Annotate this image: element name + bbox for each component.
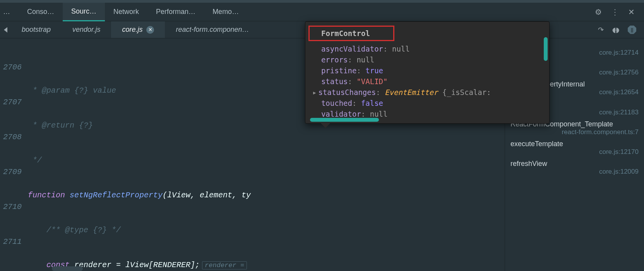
callstack-frame-location: core.js:12170 xyxy=(510,148,639,156)
tab-overflow-leading[interactable]: … xyxy=(0,3,19,21)
tab-memory[interactable]: Memo… xyxy=(204,3,247,21)
object-tooltip[interactable]: FormControl asyncValidator: null errors:… xyxy=(305,21,550,124)
line-gutter: 2706 2707 2708 2709 2710 2711 2712 2713 … xyxy=(0,38,25,271)
editor-horizontal-scrollbar[interactable] xyxy=(52,266,83,271)
deactivate-breakpoints-icon[interactable]: ◖◗ xyxy=(612,26,619,34)
tooltip-horizontal-scrollbar[interactable] xyxy=(310,118,453,122)
chevron-left-icon xyxy=(4,27,7,33)
expand-icon[interactable]: ▸ xyxy=(312,88,317,97)
tab-console[interactable]: Conso… xyxy=(19,3,63,21)
step-over-icon[interactable]: ↷ xyxy=(598,26,604,34)
tab-performance[interactable]: Performan… xyxy=(147,3,204,21)
tab-network[interactable]: Network xyxy=(105,3,147,21)
callstack-frame-fn: refreshView xyxy=(510,160,639,168)
callstack-frame-fn: executeTemplate xyxy=(510,140,639,148)
file-tab-react-form[interactable]: react-form.componen… xyxy=(165,21,260,38)
devtools-main-tabs: … Conso… Sourc… Network Performan… Memo…… xyxy=(0,3,644,21)
pause-on-exceptions-icon[interactable]: || xyxy=(628,26,636,34)
file-tab-core[interactable]: core.js ✕ xyxy=(111,21,165,38)
inline-value-hint: renderer = xyxy=(202,261,247,269)
tooltip-vertical-scrollbar[interactable] xyxy=(544,37,548,116)
tooltip-tail xyxy=(320,123,331,128)
kebab-menu-icon[interactable]: ⋮ xyxy=(611,7,619,17)
gear-icon[interactable]: ⚙ xyxy=(595,7,602,17)
callstack-frame-location: core.js:12009 xyxy=(510,168,639,176)
callstack-frame[interactable]: executeTemplatecore.js:12170 xyxy=(505,138,644,157)
callstack-frame[interactable]: refreshViewcore.js:12009 xyxy=(505,157,644,177)
file-tab-label: core.js xyxy=(122,26,142,34)
close-tab-icon[interactable]: ✕ xyxy=(146,26,154,34)
navigator-toggle[interactable] xyxy=(0,21,11,38)
tooltip-title-highlighted: FormControl xyxy=(308,26,394,41)
tab-sources[interactable]: Sourc… xyxy=(63,3,105,21)
code-line: * @param {?} value xyxy=(28,86,116,95)
callstack-frame-location: react-form.component.ts:7 xyxy=(510,128,639,136)
file-tab-bootstrap[interactable]: bootstrap xyxy=(11,21,62,38)
close-devtools-icon[interactable]: ✕ xyxy=(628,7,635,17)
file-tab-vendor[interactable]: vendor.js xyxy=(62,21,111,38)
